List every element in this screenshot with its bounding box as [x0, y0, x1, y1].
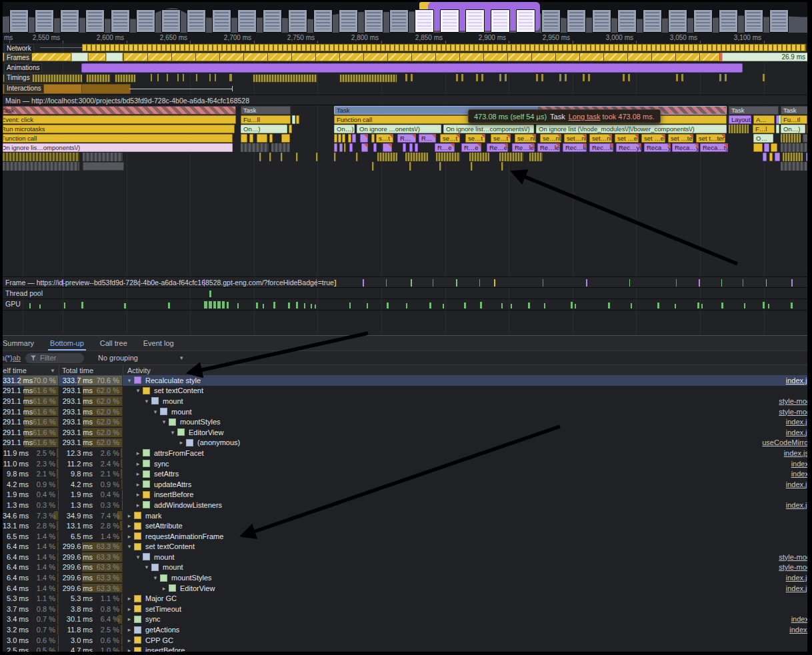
expand-icon[interactable]: ▸	[125, 647, 133, 652]
source-link[interactable]: index.	[791, 460, 807, 468]
tab-event-log[interactable]: Event log	[135, 336, 182, 350]
expand-icon[interactable]: ▸	[125, 606, 133, 612]
table-row[interactable]: 11.9 ms2.5 %12.3 ms2.6 %▸attrsFromFaceti…	[3, 448, 807, 458]
table-row[interactable]: 6.5 ms1.4 %6.5 ms1.4 %▸requestAnimationF…	[3, 531, 807, 542]
table-row[interactable]: 5.3 ms1.1 %5.3 ms1.1 %▸Major GC	[3, 593, 807, 604]
table-row[interactable]: 6.4 ms1.4 %299.6 ms63.3 %▾mountstyle-mod	[3, 552, 807, 562]
flame-sliver[interactable]	[469, 153, 489, 161]
column-header-total-time[interactable]: Total time	[59, 365, 123, 376]
filmstrip-frame[interactable]	[440, 9, 459, 33]
flame-bar[interactable]: On…)	[781, 125, 805, 133]
table-row[interactable]: 291.1 ms61.6 %293.1 ms62.0 %▾set textCon…	[3, 386, 807, 396]
flame-bar[interactable]: Fu…ll	[241, 115, 291, 124]
flame-bar[interactable]: On ignore list (\/node_modules\/|\/bower…	[536, 125, 727, 133]
flame-sliver[interactable]	[781, 143, 812, 152]
flame-sliver[interactable]	[281, 134, 290, 143]
filmstrip-frame[interactable]	[313, 9, 333, 33]
table-row[interactable]: 6.4 ms1.4 %299.6 ms63.3 %▾mountstyle-mod	[3, 562, 807, 573]
source-link[interactable]: index.js	[786, 480, 807, 488]
filmstrip-frame[interactable]	[643, 9, 662, 33]
track-frames[interactable]: 26.9 ms Frames	[3, 53, 807, 62]
flame-bar[interactable]: se…nt	[515, 134, 536, 143]
flame-bar[interactable]: On…)	[334, 125, 355, 133]
table-row[interactable]: 291.1 ms61.6 %293.1 ms62.0 %▾mountstyle-…	[3, 396, 807, 406]
source-link[interactable]: style-mod	[779, 397, 807, 405]
flame-bar[interactable]: On ignore …onents\/)	[357, 125, 441, 133]
frame-duration-bar[interactable]	[809, 53, 812, 61]
expand-icon[interactable]: ▸	[125, 626, 133, 633]
filmstrip-frame[interactable]	[693, 9, 713, 33]
flame-sliver[interactable]	[499, 153, 523, 161]
filmstrip-frame[interactable]	[567, 9, 586, 33]
flame-bar[interactable]: Re…le	[512, 143, 535, 152]
track-interactions[interactable]: Interactions	[3, 83, 807, 94]
expand-icon[interactable]: ▸	[125, 533, 133, 540]
source-link[interactable]: index.js	[786, 574, 807, 582]
filmstrip-frame[interactable]	[491, 9, 510, 33]
filmstrip-frame[interactable]	[263, 9, 282, 33]
filmstrip-frame[interactable]	[136, 9, 155, 33]
flame-bar[interactable]: set …ent	[641, 134, 665, 143]
track-timings[interactable]: Timings	[3, 73, 807, 83]
table-row[interactable]: 3.7 ms0.8 %3.8 ms0.8 %▸setTimeout	[3, 604, 807, 614]
filmstrip-frame[interactable]	[237, 9, 257, 33]
flame-sliver[interactable]	[83, 162, 124, 171]
flame-bar[interactable]: Event: click	[3, 115, 236, 124]
filter-input[interactable]	[39, 353, 79, 362]
frame-duration-bar[interactable]	[88, 53, 106, 61]
filmstrip-frame[interactable]	[668, 9, 687, 33]
flame-bar[interactable]: Task	[241, 106, 291, 115]
flame-sliver[interactable]	[807, 125, 812, 133]
flame-bar[interactable]: Reca…tyle	[700, 143, 728, 152]
table-row[interactable]: 331.2 ms70.0 %333.7 ms70.6 %▾Recalculate…	[3, 375, 807, 386]
main-flame-chart[interactable]: TaskTaskTaskTaskTaskEvent: clickFu…llFun…	[3, 106, 807, 175]
flame-bar[interactable]: se…nt	[540, 134, 561, 143]
flame-bar[interactable]: Rec…yle	[616, 143, 641, 152]
flame-bar[interactable]: Function call	[3, 134, 233, 143]
flame-sliver[interactable]	[383, 143, 392, 152]
collapse-icon[interactable]: ▾	[169, 429, 177, 436]
flame-bar[interactable]: Fu…Il	[781, 115, 807, 124]
match-word-icon[interactable]: ab	[13, 354, 21, 362]
filmstrip-frame[interactable]	[617, 9, 637, 33]
filmstrip-frame[interactable]	[9, 9, 29, 33]
source-link[interactable]: index.js	[786, 418, 807, 426]
flame-sliver[interactable]	[771, 143, 777, 152]
filmstrip-frame[interactable]	[592, 9, 611, 33]
table-row[interactable]: 291.1 ms61.6 %293.1 ms62.0 %▸(anonymous)…	[3, 438, 807, 448]
table-row[interactable]: 1.3 ms0.3 %1.3 ms0.3 %▸addWindowListener…	[3, 500, 807, 510]
filmstrip-frame[interactable]	[465, 9, 485, 33]
main-thread-section-header[interactable]: Main — http://localhost:3000/projects/bd…	[3, 95, 807, 105]
column-header-self-time[interactable]: Self time ▼	[3, 365, 59, 376]
flame-sliver[interactable]	[3, 153, 79, 161]
flame-bar[interactable]: On ignore lis…omponents\/)	[3, 143, 233, 152]
flame-sliver[interactable]	[775, 153, 780, 161]
collapse-icon[interactable]: ▾	[134, 554, 142, 560]
expand-icon[interactable]: ▸	[134, 491, 142, 498]
regex-icon[interactable]: (*)	[5, 354, 13, 362]
network-activity-bar[interactable]	[82, 44, 806, 51]
flame-bar[interactable]: R…e	[435, 143, 455, 152]
filmstrip-frame[interactable]	[111, 9, 130, 33]
flame-bar[interactable]: Task	[781, 106, 812, 115]
table-row[interactable]: 3.0 ms0.6 %3.0 ms0.6 %▸CPP GC	[3, 635, 807, 646]
expand-icon[interactable]: ▸	[125, 616, 133, 622]
source-link[interactable]: index.js	[786, 501, 807, 509]
collapse-icon[interactable]: ▾	[151, 574, 159, 581]
source-link[interactable]: style-mod	[779, 563, 807, 571]
flame-bar[interactable]: Layout	[729, 115, 751, 124]
long-task-link[interactable]: Long task	[569, 113, 601, 121]
timeline-overview[interactable]	[3, 2, 807, 33]
flame-bar[interactable]: On…)	[241, 125, 287, 133]
source-link[interactable]: index.j	[789, 626, 807, 634]
filmstrip-frame[interactable]	[35, 9, 54, 33]
tab-call-tree[interactable]: Call tree	[92, 336, 135, 350]
expand-icon[interactable]: ▸	[125, 522, 133, 529]
flame-sliver[interactable]	[361, 143, 368, 152]
flame-bar[interactable]: Reca…yle	[644, 143, 671, 152]
filmstrip-frame[interactable]	[389, 9, 409, 33]
interaction-bar[interactable]	[81, 84, 131, 94]
flame-bar[interactable]: Task	[729, 106, 779, 115]
filmstrip-frame[interactable]	[516, 9, 535, 33]
flame-sliver[interactable]	[806, 153, 811, 161]
